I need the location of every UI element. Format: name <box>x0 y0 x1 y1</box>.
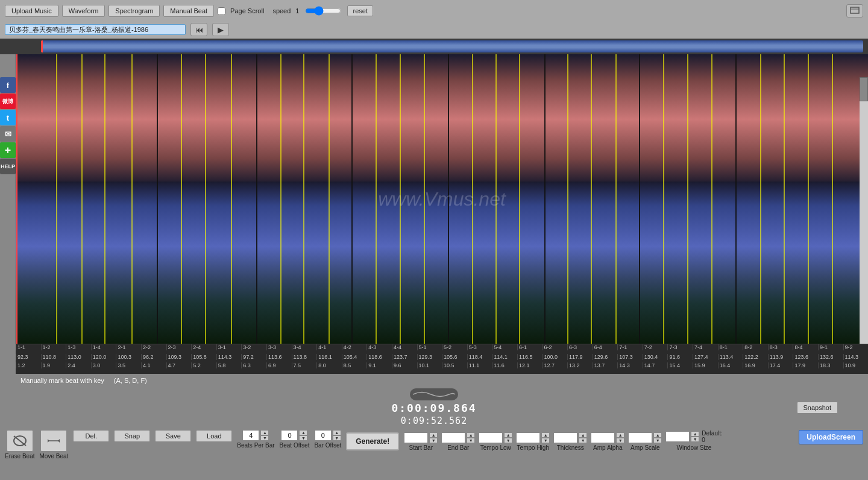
window-size-down[interactable]: ▼ <box>691 437 699 442</box>
upload-screen-button[interactable]: UploadScreen <box>799 430 863 444</box>
amp-alpha-down[interactable]: ▼ <box>616 438 624 443</box>
bar-offset-down[interactable]: ▼ <box>333 435 341 441</box>
spectrogram-button[interactable]: Spectrogram <box>108 5 160 17</box>
beats-per-bar-up[interactable]: ▲ <box>260 430 269 435</box>
overview-track[interactable] <box>41 40 863 52</box>
ruler-cell: 4.1 <box>141 362 166 368</box>
beat-offset-up[interactable]: ▲ <box>299 430 307 435</box>
snapshot-button[interactable]: Snapshot <box>797 402 838 414</box>
rewind-button[interactable]: ⏮ <box>190 23 207 36</box>
facebook-button[interactable]: f <box>0 77 16 93</box>
tempo-high-input[interactable] <box>516 432 540 443</box>
amp-scale-down[interactable]: ▼ <box>653 438 662 443</box>
end-bar-up[interactable]: ▲ <box>467 432 475 438</box>
beat-offset-input[interactable] <box>281 430 298 441</box>
bar-offset-input[interactable] <box>315 430 332 441</box>
thickness-up[interactable]: ▲ <box>579 432 587 438</box>
thickness-input[interactable] <box>553 432 577 443</box>
plus-button[interactable]: + <box>0 142 16 158</box>
filename-input[interactable] <box>5 24 186 35</box>
bar-offset-group: ▲ ▼ Bar Offset <box>314 430 341 449</box>
ruler-cell: 1-3 <box>66 344 91 350</box>
window-size-input[interactable] <box>665 431 690 442</box>
snap-button[interactable]: Snap <box>114 430 150 442</box>
amp-alpha-group: ▲ ▼ Amp Alpha <box>591 432 624 451</box>
waveform-button[interactable]: Waveform <box>62 5 105 17</box>
snap-group: Snap <box>114 430 150 442</box>
ruler-cell: 109.3 <box>166 354 192 360</box>
manual-beat-button[interactable]: Manual Beat <box>163 5 214 17</box>
window-size-up[interactable]: ▲ <box>691 431 699 437</box>
controls-area: Erase Beat Move Beat Del. Snap Save Load… <box>0 428 868 480</box>
ruler-cell: 4.7 <box>166 362 192 368</box>
weibo-button[interactable]: 微博 <box>0 93 16 109</box>
tempo-low-down[interactable]: ▼ <box>504 438 512 443</box>
amp-alpha-input[interactable] <box>591 432 615 443</box>
page-scroll-checkbox[interactable] <box>218 7 225 15</box>
main-waveform-area[interactable]: www.Vmus.net <box>16 54 868 344</box>
erase-beat-group: Erase Beat <box>5 430 34 459</box>
ruler-bar: 1-1 1-2 1-3 1-4 2-1 2-2 2-3 2-4 3-1 3-2 … <box>16 344 868 374</box>
tempo-high-down[interactable]: ▼ <box>541 438 550 443</box>
load-button[interactable]: Load <box>196 430 232 442</box>
ruler-cell: 9.6 <box>392 362 417 368</box>
window-size-group: ▲ ▼ Default: 0 Window Size <box>665 430 722 451</box>
twitter-button[interactable]: t <box>0 110 16 125</box>
generate-button[interactable]: Generate! <box>346 432 399 450</box>
tempo-low-up[interactable]: ▲ <box>504 432 512 438</box>
help-button[interactable]: HELP <box>0 159 16 174</box>
move-beat-button[interactable] <box>40 430 67 452</box>
speed-value: 1 <box>295 7 299 14</box>
ruler-cell: 5.8 <box>216 362 242 368</box>
beats-per-bar-input[interactable] <box>242 430 259 441</box>
beats-per-bar-down[interactable]: ▼ <box>260 435 269 441</box>
ruler-cell: 6-2 <box>542 344 567 350</box>
scrollbar-thumb[interactable] <box>860 77 868 101</box>
start-bar-up[interactable]: ▲ <box>429 432 438 438</box>
ruler-cell: 7-1 <box>617 344 643 350</box>
ruler-cell: 117.9 <box>567 354 593 360</box>
ruler-cell: 2.4 <box>66 362 91 368</box>
end-bar-down[interactable]: ▼ <box>467 438 475 443</box>
beats-per-bar-spinbtns: ▲ ▼ <box>260 430 269 441</box>
ruler-cell: 16.4 <box>718 362 743 368</box>
thickness-down[interactable]: ▼ <box>579 438 587 443</box>
overview-waveform <box>41 40 863 52</box>
ruler-cell: 15.9 <box>693 362 718 368</box>
tempo-high-up[interactable]: ▲ <box>541 432 550 438</box>
end-bar-group: ▲ ▼ End Bar <box>441 432 475 451</box>
start-bar-down[interactable]: ▼ <box>429 438 438 443</box>
page-scroll-label: Page Scroll <box>230 7 264 14</box>
speed-slider[interactable] <box>305 6 341 16</box>
ruler-cell: 116.5 <box>517 354 542 360</box>
ruler-cell: 1.9 <box>41 362 66 368</box>
main-scrollbar[interactable] <box>860 77 868 367</box>
mail-button[interactable]: ✉ <box>0 126 16 142</box>
filename-bar: ⏮ ▶ <box>0 22 868 39</box>
start-bar-input[interactable] <box>404 432 428 443</box>
ruler-cell: 123.7 <box>392 354 417 360</box>
erase-beat-button[interactable] <box>7 430 33 452</box>
ruler-cell: 120.0 <box>91 354 116 360</box>
bar-offset-up[interactable]: ▲ <box>333 430 341 435</box>
ruler-cell: 6-3 <box>567 344 593 350</box>
amp-alpha-up[interactable]: ▲ <box>616 432 624 438</box>
window-icon[interactable] <box>846 4 863 17</box>
reset-button[interactable]: reset <box>347 5 373 16</box>
svg-rect-3 <box>16 54 868 185</box>
amp-scale-up[interactable]: ▲ <box>653 432 662 438</box>
ruler-cell: 14.3 <box>617 362 643 368</box>
del-button[interactable]: Del. <box>73 430 109 442</box>
end-bar-input[interactable] <box>441 432 465 443</box>
beat-offset-down[interactable]: ▼ <box>299 435 307 441</box>
tempo-high-group: ▲ ▼ Tempo High <box>516 432 550 451</box>
save-button[interactable]: Save <box>155 430 191 442</box>
start-bar-label: Start Bar <box>409 444 433 451</box>
amp-scale-input[interactable] <box>628 432 652 443</box>
upload-music-button[interactable]: Upload Music <box>5 5 58 17</box>
ruler-cell: 100.0 <box>542 354 567 360</box>
ruler-cell: 114.3 <box>843 354 868 360</box>
play-button[interactable]: ▶ <box>212 23 229 36</box>
ruler-cell: 8-2 <box>743 344 768 350</box>
tempo-low-input[interactable] <box>479 432 503 443</box>
